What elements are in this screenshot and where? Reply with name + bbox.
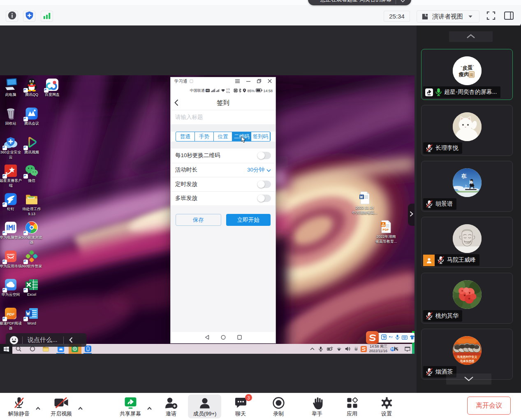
settings-button[interactable]: 设置	[369, 396, 404, 418]
window-menu-icon[interactable]	[235, 79, 240, 84]
android-home-icon[interactable]	[221, 334, 226, 341]
setting-row-duration[interactable]: 活动时长 30分钟	[171, 163, 276, 177]
app-icon-image	[25, 220, 39, 234]
tray-power-icon[interactable]	[352, 345, 360, 353]
participant-tile[interactable]: 桃灼其华	[421, 273, 513, 324]
toggle-sidebar-button[interactable]	[503, 12, 514, 21]
network-quality-button[interactable]	[41, 11, 53, 22]
info-icon	[7, 11, 17, 22]
participant-tile[interactable]: 马克思列宁主义毛泽东思想 烟酒茶	[421, 329, 513, 380]
tab-location[interactable]: 位置	[214, 132, 233, 141]
members-button[interactable]: 成员(99+)	[188, 396, 222, 418]
view-mode-switcher[interactable]: 演讲者视图	[417, 10, 479, 23]
android-back-icon[interactable]	[205, 334, 209, 341]
tray-network-icon[interactable]	[335, 345, 343, 353]
video-options-chevron[interactable]	[78, 404, 83, 412]
sidebar-scroll-down-button[interactable]	[446, 374, 491, 385]
participant-tile[interactable]: 在路上 胡景谱	[421, 161, 513, 212]
chat-button[interactable]: 聊天	[223, 396, 258, 418]
svg-text:PDF: PDF	[383, 228, 389, 232]
fullscreen-button[interactable]	[485, 12, 497, 21]
unmute-button[interactable]: 解除静音	[2, 396, 36, 418]
chat-input-placeholder[interactable]: 说点什么...	[23, 336, 63, 344]
tray-notification-icon[interactable]	[404, 345, 411, 353]
toggle-timed-release[interactable]	[257, 181, 271, 188]
desktop-icon-word-document[interactable]: 2022.11.14 中共湖南省高...	[350, 191, 379, 215]
taskbar-clock[interactable]: 14:58 周三 2022/11/16	[369, 344, 387, 353]
toggle-qr-refresh[interactable]	[257, 152, 271, 159]
tab-signcode[interactable]: 签到码	[251, 132, 270, 141]
participant-tile-sharing[interactable]: `皮蛋`瘦肉園 超星-周奕杏的屏幕...	[421, 49, 513, 100]
leave-meeting-button[interactable]: 离开会议	[467, 397, 511, 415]
desktop-icon-word[interactable]: Word	[17, 306, 46, 326]
side-flyout-expand-tab[interactable]	[408, 204, 414, 226]
sogou-logo-icon[interactable]	[366, 331, 379, 344]
watching-banner: 您正在观看超星-周奕杏的屏幕	[308, 0, 411, 5]
desktop-icon-label: 腾讯会议	[17, 121, 46, 126]
ime-keyboard-icon[interactable]	[402, 334, 408, 341]
start-video-button[interactable]: 开启视频	[44, 396, 79, 418]
window-restore-icon[interactable]	[257, 79, 261, 84]
window-minimize-icon[interactable]	[246, 79, 250, 84]
desktop-icon-360-browser[interactable]: 360极速浏览 器	[17, 220, 46, 245]
window-close-icon[interactable]	[268, 79, 272, 84]
tab-gesture[interactable]: 手势	[195, 132, 214, 141]
ime-mic-icon[interactable]	[395, 334, 400, 341]
view-mode-label: 演讲者视图	[432, 13, 463, 21]
toggle-multi-class[interactable]	[257, 195, 271, 202]
mic-options-chevron[interactable]	[35, 404, 41, 412]
tray-chevron-up-icon[interactable]	[308, 345, 316, 353]
sign-title-input[interactable]: 请输入标题	[171, 110, 276, 124]
meeting-info-button[interactable]	[6, 11, 18, 22]
desktop-icon-wechat[interactable]: 微信	[17, 164, 46, 183]
chat-collapse-icon[interactable]	[69, 337, 73, 343]
app-icon-image	[4, 135, 18, 149]
tray-pc-manager-icon[interactable]	[390, 345, 399, 353]
tray-pen-battery-icon[interactable]	[326, 345, 333, 353]
start-now-button[interactable]: 立即开始	[226, 214, 271, 226]
invite-button[interactable]: 邀请	[154, 396, 188, 418]
ime-mode-icon[interactable]	[381, 334, 387, 341]
desktop-icon-excel[interactable]: Excel	[17, 278, 46, 297]
participant-tile[interactable]: 马院王威峰	[421, 217, 513, 268]
desktop-icon-pending-work-folder[interactable]: 待处理工作 9.13	[17, 192, 46, 216]
shortcut-arrow-icon	[23, 146, 28, 150]
tab-normal[interactable]: 普通	[176, 132, 195, 141]
emoji-smiley-icon[interactable]	[9, 336, 19, 345]
avatar: 在路上	[453, 168, 482, 197]
desktop-icon-360-software-manager[interactable]: 360软件管家	[17, 249, 46, 269]
tray-volume-icon[interactable]	[344, 345, 351, 353]
share-options-chevron[interactable]	[147, 404, 152, 412]
ime-skin-icon[interactable]	[410, 334, 414, 341]
desktop-icon-pdf-document[interactable]: PDF 2022年湖南 省高等教育...	[372, 220, 401, 244]
tray-mic-icon[interactable]	[317, 345, 324, 353]
status-time: 14:58	[263, 89, 273, 93]
chevron-down-icon	[463, 376, 474, 383]
app-icon-image	[25, 306, 39, 320]
sidebar-collapse-up-button[interactable]	[449, 31, 493, 42]
android-recents-icon[interactable]	[237, 334, 242, 341]
svg-text:HD: HD	[206, 89, 210, 92]
ime-punct-icon[interactable]	[389, 334, 393, 341]
apps-button[interactable]: 应用	[335, 396, 369, 418]
save-button[interactable]: 保存	[176, 214, 221, 226]
raise-hand-button[interactable]: 举手	[300, 396, 334, 418]
screen-share-icon	[425, 88, 433, 96]
record-button[interactable]: 录制	[261, 396, 296, 418]
duration-select[interactable]: 30分钟	[247, 166, 271, 174]
avatar	[453, 112, 482, 141]
desktop-icon-baidu-netdisk[interactable]: 百度网盘	[38, 78, 67, 97]
tray-sogou-icon[interactable]	[360, 345, 367, 353]
phone-action-buttons: 保存 立即开始	[176, 214, 271, 226]
back-arrow-icon[interactable]	[174, 99, 178, 108]
app-icon-image	[45, 78, 59, 92]
participant-tile[interactable]: 长理李悦	[421, 105, 513, 156]
meeting-timer: 25:34	[384, 11, 410, 22]
security-button[interactable]	[23, 11, 35, 22]
desktop-icon-tencent-video[interactable]: 腾讯视频	[17, 135, 46, 155]
hd-badge-icon: HD	[206, 89, 210, 93]
share-screen-button[interactable]: 共享屏幕	[113, 396, 148, 418]
banner-collapse-icon[interactable]	[400, 0, 405, 5]
desktop-icon-tencent-meeting[interactable]: 腾讯会议	[17, 107, 46, 126]
raise-hand-icon	[311, 396, 323, 410]
